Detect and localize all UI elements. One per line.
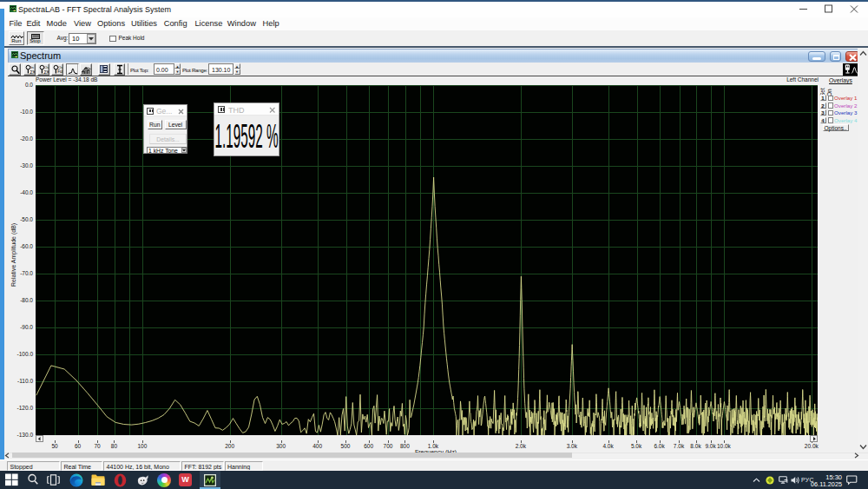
svg-text:2X: 2X (30, 69, 35, 75)
svg-text:1.19592 %: 1.19592 % (214, 117, 278, 155)
svg-text:Full: Full (57, 69, 62, 74)
svg-text:Out: Out (58, 65, 62, 69)
svg-text:Out: Out (44, 65, 49, 69)
svg-text:In: In (30, 65, 34, 69)
svg-text:2X: 2X (43, 69, 49, 75)
